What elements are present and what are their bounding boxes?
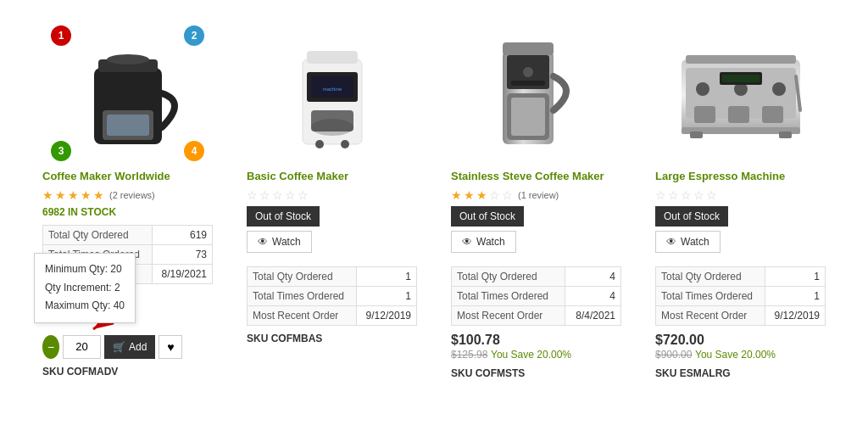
reviews-count-3: (1 review) — [518, 190, 559, 200]
product-image-3 — [486, 34, 587, 153]
star-1-3: ★ — [68, 188, 79, 202]
wishlist-button-1[interactable]: ♥ — [159, 335, 182, 359]
stars-3: ★ ★ ★ ☆ ☆ (1 review) — [451, 188, 621, 202]
product-name-2[interactable]: Basic Coffee Maker — [247, 170, 417, 184]
product-card-3: Stainless Steve Coffee Maker ★ ★ ★ ☆ ☆ (… — [442, 17, 630, 388]
sku-label-text-2: SKU — [247, 333, 268, 344]
product-name-4[interactable]: Large Espresso Machine — [655, 170, 826, 184]
star-2-2: ☆ — [259, 188, 270, 202]
svg-rect-10 — [311, 110, 353, 131]
sku-label-text: SKU — [42, 366, 64, 378]
star-4-2: ☆ — [668, 188, 679, 202]
add-to-cart-section-1: Minimum Qty: 20 Qty Increment: 2 Maximum… — [42, 335, 213, 359]
sku-line-4: SKU ESMALRG — [655, 367, 826, 379]
stars-2: ☆ ☆ ☆ ☆ ☆ — [247, 188, 417, 202]
svg-point-32 — [772, 82, 786, 96]
svg-rect-27 — [762, 106, 783, 123]
star-3-2: ★ — [464, 188, 475, 202]
price-original-4: $900.00 — [655, 349, 692, 361]
out-of-stock-section-3: Out of Stock 👁 Watch — [451, 206, 621, 260]
stars-1: ★ ★ ★ ★ ★ (2 reviews) — [42, 188, 213, 202]
svg-point-13 — [315, 140, 324, 148]
svg-rect-25 — [694, 106, 715, 123]
star-4-3: ☆ — [681, 188, 692, 202]
page-wrapper: 1 2 3 4 — [0, 0, 868, 405]
price-original-3: $125.98 — [451, 349, 487, 361]
sku-value-1: COFMADV — [67, 366, 119, 378]
price-section-4: $720.00 $900.00 You Save 20.00% — [655, 333, 826, 361]
badge-2: 2 — [184, 25, 204, 46]
price-current-3: $100.78 — [451, 333, 621, 348]
svg-rect-37 — [779, 131, 792, 138]
info-table-2: Total Qty Ordered 1 Total Times Ordered … — [247, 266, 417, 326]
add-label: Add — [129, 341, 147, 353]
star-2-4: ☆ — [285, 188, 296, 202]
qty-indicator: − — [42, 335, 59, 359]
product-name-3[interactable]: Stainless Steve Coffee Maker — [451, 170, 621, 184]
watch-label-3: Watch — [476, 236, 505, 248]
watch-button-3[interactable]: 👁 Watch — [451, 231, 516, 253]
out-of-stock-section-2: Out of Stock 👁 Watch — [247, 206, 417, 260]
table-cell-label: Total Times Ordered — [248, 286, 357, 305]
star-1-5: ★ — [93, 188, 104, 202]
star-4-1: ☆ — [655, 188, 666, 202]
table-cell-value: 73 — [153, 244, 213, 264]
table-cell-value: 1 — [357, 286, 417, 305]
product-image-wrap-1: 1 2 3 4 — [42, 25, 213, 161]
out-of-stock-section-4: Out of Stock 👁 Watch — [655, 206, 826, 260]
badge-3: 3 — [51, 141, 71, 161]
eye-icon-2: 👁 — [258, 236, 268, 248]
watch-button-4[interactable]: 👁 Watch — [655, 231, 721, 253]
product-image-wrap-4 — [655, 25, 826, 161]
product-image-wrap-3 — [451, 25, 621, 161]
out-of-stock-button-4[interactable]: Out of Stock — [655, 206, 728, 227]
stock-status-1: 6982 IN STOCK — [42, 206, 213, 218]
price-current-4: $720.00 — [655, 333, 826, 348]
svg-rect-2 — [107, 115, 149, 136]
star-2-1: ☆ — [247, 188, 258, 202]
table-cell-value: 4 — [565, 266, 620, 286]
star-1-1: ★ — [42, 188, 53, 202]
table-cell-label: Most Recent Order — [656, 305, 765, 325]
table-cell-value: 9/12/2019 — [357, 305, 417, 325]
star-3-3: ★ — [476, 188, 487, 202]
tooltip-max: Maximum Qty: 40 — [45, 297, 125, 316]
star-1-2: ★ — [55, 188, 66, 202]
qty-tooltip: Minimum Qty: 20 Qty Increment: 2 Maximum… — [34, 253, 136, 323]
sku-label-text-4: SKU — [655, 367, 676, 379]
table-cell-label: Total Qty Ordered — [248, 266, 357, 286]
svg-rect-28 — [686, 55, 796, 64]
badge-1: 1 — [51, 25, 71, 46]
price-save-4: You Save 20.00% — [695, 349, 776, 361]
add-to-cart-button-1[interactable]: 🛒 Add — [104, 335, 155, 359]
product-image-4 — [677, 42, 804, 144]
table-cell-label: Total Qty Ordered — [452, 266, 565, 286]
price-section-3: $100.78 $125.98 You Save 20.00% — [451, 333, 621, 361]
product-card-2: machine Basic Coffee Maker ☆ ☆ ☆ ☆ ☆ Out… — [238, 17, 426, 388]
table-row: Total Qty Ordered 1 — [248, 266, 417, 286]
out-of-stock-button-2[interactable]: Out of Stock — [247, 206, 320, 227]
table-cell-label: Most Recent Order — [452, 305, 565, 325]
table-cell-value: 619 — [153, 225, 213, 244]
table-cell-label: Total Qty Ordered — [656, 266, 765, 286]
svg-rect-26 — [728, 106, 749, 123]
qty-input-1[interactable] — [63, 335, 101, 359]
svg-rect-19 — [503, 42, 554, 55]
svg-rect-8 — [307, 51, 358, 64]
sku-value-2: COFMBAS — [271, 333, 323, 344]
table-cell-value: 1 — [357, 266, 417, 286]
table-cell-label: Total Qty Ordered — [43, 225, 153, 244]
tooltip-min: Minimum Qty: 20 — [45, 260, 125, 279]
watch-button-2[interactable]: 👁 Watch — [247, 231, 312, 253]
price-save-3: You Save 20.00% — [491, 349, 571, 361]
product-name-1[interactable]: Coffee Maker Worldwide — [42, 170, 213, 184]
sku-line-3: SKU COFMSTS — [451, 367, 621, 379]
product-image-1 — [77, 34, 179, 153]
table-row: Total Qty Ordered 1 — [656, 266, 826, 286]
watch-label-2: Watch — [272, 236, 301, 248]
table-row: Total Times Ordered 1 — [248, 286, 417, 305]
out-of-stock-button-3[interactable]: Out of Stock — [451, 206, 524, 227]
table-cell-value: 1 — [765, 266, 826, 286]
table-row: Total Qty Ordered 619 — [43, 225, 213, 244]
watch-label-4: Watch — [681, 236, 709, 248]
